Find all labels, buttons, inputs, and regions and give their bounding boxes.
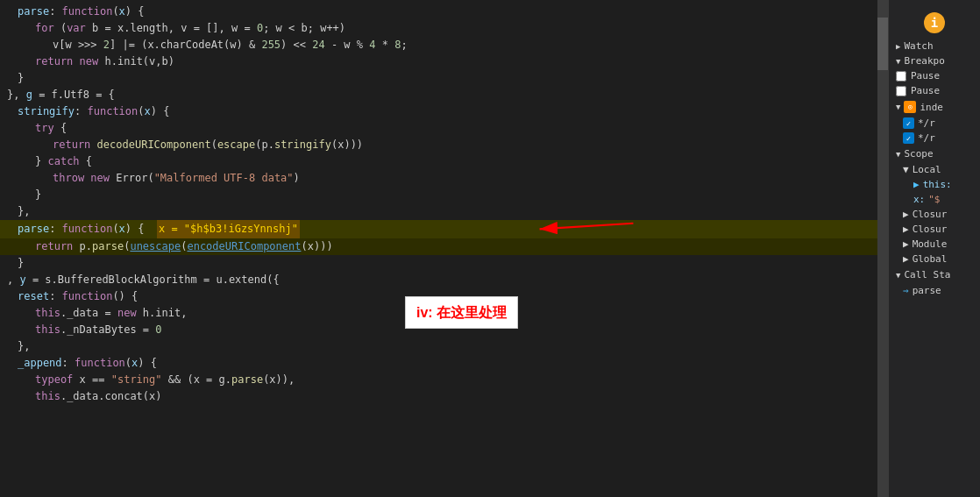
return-line: return p.parse(unescape(encodeURICompone…: [0, 238, 877, 255]
code-line: parse: function(x) {: [0, 4, 877, 20]
watch-section[interactable]: ▶ Watch: [889, 39, 980, 53]
breakpoint-line: parse: function(x) { x = "$h$b3!iGzsYnns…: [0, 220, 877, 238]
ind-section[interactable]: ▼ ⊙ inde: [889, 98, 980, 116]
module-label: Module: [913, 238, 948, 250]
code-line: this._data.concat(x): [0, 388, 877, 405]
local-scope[interactable]: ▼ Local: [889, 162, 980, 177]
scope-section[interactable]: ▼ Scope: [889, 146, 980, 162]
code-line: , y = s.BufferedBlockAlgorithm = u.exten…: [0, 272, 877, 288]
bp-checkbox-2[interactable]: [903, 132, 914, 144]
breakpoint-item-1[interactable]: */r: [889, 116, 980, 131]
breakpoint-item-2[interactable]: */r: [889, 131, 980, 146]
code-line: },: [0, 338, 877, 355]
code-content: parse: function(x) { for (var b = x.leng…: [0, 0, 877, 408]
breakpoints-section[interactable]: ▼ Breakpo: [889, 53, 980, 68]
code-line: try {: [0, 120, 877, 137]
bp-item-1-label: */r: [918, 117, 935, 129]
callstack-section[interactable]: ▼ Call Sta: [889, 266, 980, 283]
code-line: }: [0, 255, 877, 272]
pause-caught-checkbox[interactable]: [896, 86, 906, 96]
code-line: throw new Error("Malformed UTF-8 data"): [0, 170, 877, 187]
global-item[interactable]: ▶ Global: [889, 252, 980, 266]
code-line: },: [0, 203, 877, 220]
this-item[interactable]: ▶ this:: [889, 177, 980, 192]
code-line: _append: function(x) {: [0, 355, 877, 372]
scrollbar-thumb[interactable]: [877, 18, 888, 70]
bp-checkbox-1[interactable]: [903, 117, 914, 129]
module-item[interactable]: ▶ Module: [889, 237, 980, 252]
x-label: x:: [913, 194, 925, 205]
scope-label: Scope: [904, 148, 933, 160]
code-line: typeof x == "string" && (x = g.parse(x))…: [0, 372, 877, 388]
watch-arrow-icon: ▶: [896, 42, 900, 51]
x-item: x: "$: [889, 192, 980, 207]
code-line: stringify: function(x) {: [0, 103, 877, 120]
callstack-parse[interactable]: ⇒ parse: [889, 283, 980, 298]
annotation-tooltip: iv: 在这里处理: [405, 296, 518, 329]
scope-arrow-icon: ▼: [896, 150, 900, 159]
callstack-label: Call Sta: [904, 269, 950, 280]
pause-exceptions-label: Pause: [911, 70, 940, 82]
ind-icon: ⊙: [904, 101, 916, 113]
code-line: return new h.init(v,b): [0, 53, 877, 70]
this-arrow-icon: ▶: [913, 179, 920, 190]
callstack-parse-arrow: ⇒: [903, 285, 909, 296]
code-line: } catch {: [0, 153, 877, 170]
watch-label: Watch: [904, 40, 933, 52]
code-line: }: [0, 187, 877, 203]
closure2-arrow-icon: ▶: [903, 224, 909, 235]
code-scrollbar[interactable]: [877, 0, 888, 497]
global-label: Global: [913, 253, 948, 265]
code-line: for (var b = x.length, v = [], w = 0; w …: [0, 20, 877, 37]
code-panel: parse: function(x) { for (var b = x.leng…: [0, 0, 877, 497]
ind-arrow-icon: ▼: [896, 103, 900, 111]
x-value: "$: [928, 194, 940, 205]
closure1-arrow-icon: ▶: [903, 209, 909, 220]
pause-caught-row[interactable]: Pause: [889, 83, 980, 98]
code-line: }, g = f.Utf8 = {: [0, 87, 877, 103]
pause-exceptions-checkbox[interactable]: [896, 71, 906, 82]
closure-1[interactable]: ▶ Closur: [889, 207, 980, 222]
local-label: Local: [913, 164, 941, 175]
callstack-parse-label: parse: [913, 285, 941, 296]
closure-2[interactable]: ▶ Closur: [889, 222, 980, 237]
info-circle-icon: i: [924, 12, 945, 33]
code-line: return decodeURIComponent(escape(p.strin…: [0, 137, 877, 153]
breakpoints-arrow-icon: ▼: [896, 57, 900, 66]
code-line: v[w >>> 2] |= (x.charCodeAt(w) & 255) <<…: [0, 37, 877, 53]
module-arrow-icon: ▶: [903, 238, 909, 250]
bp-item-2-label: */r: [918, 132, 935, 144]
global-arrow-icon: ▶: [903, 253, 909, 265]
local-arrow-icon: ▼: [903, 164, 909, 175]
debug-panel: i ▶ Watch ▼ Breakpo Pause Pause ▼ ⊙ inde…: [888, 0, 980, 497]
callstack-arrow-icon: ▼: [896, 271, 900, 280]
this-label: this:: [923, 179, 952, 190]
breakpoints-label: Breakpo: [904, 55, 944, 67]
closure2-label: Closur: [913, 224, 948, 235]
pause-exceptions-row[interactable]: Pause: [889, 68, 980, 83]
code-line: }: [0, 70, 877, 87]
closure1-label: Closur: [913, 209, 948, 220]
ind-label: inde: [920, 102, 943, 113]
pause-caught-label: Pause: [911, 85, 940, 96]
